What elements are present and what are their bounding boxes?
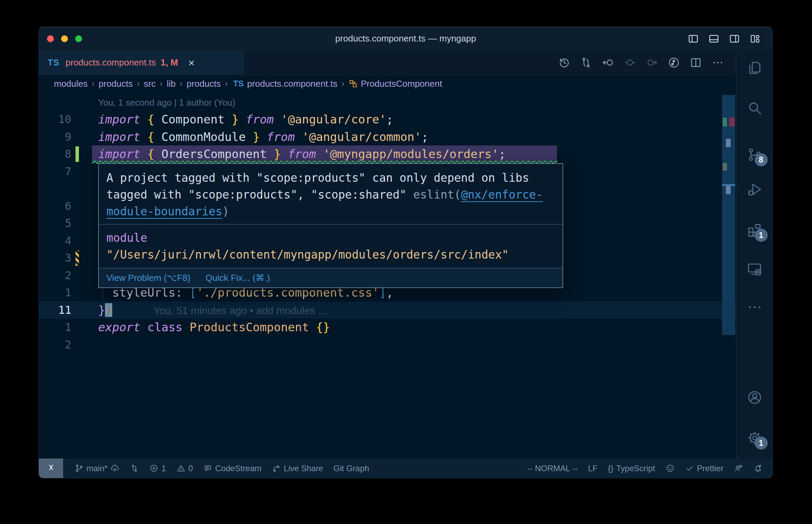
more-button[interactable] (711, 56, 724, 69)
gutter-modified-marker (76, 250, 79, 266)
status-label: main* (86, 464, 107, 473)
breadcrumb-symbol[interactable]: ProductsComponent (348, 79, 442, 89)
live-share-icon (272, 464, 281, 473)
activity-remote-explorer-button[interactable] (746, 261, 763, 277)
token: CommonModule (154, 130, 253, 144)
bell-dot-icon (753, 464, 763, 473)
activity-extensions-button[interactable]: 1 (746, 222, 763, 238)
close-tab-icon[interactable]: × (188, 57, 195, 68)
request-changes-button[interactable] (580, 56, 592, 69)
token (274, 112, 281, 126)
activity-search-button[interactable] (746, 100, 763, 116)
line-content (92, 163, 98, 180)
gutter (71, 249, 92, 267)
scrollbar-slider[interactable] (722, 95, 735, 335)
breadcrumb-item-lib[interactable]: lib (167, 79, 176, 89)
token: } (274, 147, 281, 161)
token (281, 147, 288, 161)
layout-panel-bottom-button[interactable] (708, 33, 720, 45)
remote-indicator[interactable] (39, 458, 63, 478)
status-label: LF (588, 464, 598, 473)
token: import (98, 130, 140, 144)
gitlens-compare[interactable] (125, 458, 144, 478)
vim-mode[interactable]: -- NORMAL -- (522, 458, 583, 478)
view-problem-action[interactable]: View Problem (⌥F8) (106, 273, 190, 283)
token: '@angular/common' (302, 130, 421, 144)
code-line[interactable]: 10import { Component } from '@angular/co… (39, 111, 736, 128)
commit-graph-button[interactable] (668, 56, 680, 69)
activity-files-button[interactable] (746, 60, 763, 76)
hover-module-keyword: module (106, 231, 147, 245)
timeline-button[interactable] (558, 56, 570, 69)
error-count[interactable]: 1 (144, 458, 171, 478)
activity-debug-button[interactable] (746, 181, 763, 198)
code-line[interactable]: 8import { OrdersComponent } from '@mynga… (39, 145, 736, 163)
feedback[interactable] (729, 458, 748, 478)
token: ; (421, 130, 428, 144)
next-change-button[interactable] (646, 56, 658, 69)
line-number: 1 (39, 284, 71, 301)
line-content (92, 232, 98, 250)
eol-indicator[interactable]: LF (583, 458, 603, 478)
token: '@angular/core' (281, 112, 386, 126)
line-content: })You, 51 minutes ago • add modules … (92, 301, 328, 319)
code-line[interactable]: 11})You, 51 minutes ago • add modules … (39, 301, 736, 319)
gutter (71, 301, 92, 319)
github[interactable] (660, 458, 680, 478)
token (140, 147, 147, 161)
git-graph[interactable]: Git Graph (328, 458, 374, 478)
branch-indicator[interactable]: main* (69, 458, 125, 478)
breadcrumb-separator: › (160, 79, 163, 88)
split-editor-button[interactable] (689, 56, 702, 69)
token: } (98, 303, 105, 317)
overview-ruler[interactable] (722, 92, 735, 459)
activity-account-button[interactable] (746, 389, 763, 406)
breadcrumb-file[interactable]: products.component.ts (247, 79, 337, 89)
token: '@myngapp/modules/orders' (323, 147, 499, 161)
token (140, 320, 147, 334)
line-number: 11 (39, 301, 71, 319)
code-line[interactable]: 1export class ProductsComponent {} (39, 319, 736, 336)
breadcrumb-separator: › (180, 79, 183, 88)
codestream[interactable]: CodeStream (198, 458, 267, 478)
live-share[interactable]: Live Share (267, 458, 328, 478)
language-mode[interactable]: {}TypeScript (603, 458, 660, 478)
quick-fix-action[interactable]: Quick Fix... (⌘.) (206, 273, 270, 283)
hover-link[interactable]: @nx/enforce- (461, 188, 543, 202)
layout-customize-button[interactable] (749, 33, 761, 45)
breadcrumb-symbol-label: ProductsComponent (361, 79, 442, 89)
hover-text: eslint( (413, 188, 461, 201)
hover-text: tagged with "scope:products", "scope:sha… (106, 188, 413, 201)
codestream-icon (203, 464, 212, 473)
warning-count[interactable]: 0 (171, 458, 198, 478)
prev-change-button[interactable] (624, 56, 636, 69)
token: { (147, 147, 154, 161)
prettier[interactable]: Prettier (680, 458, 729, 478)
breadcrumb-item-src[interactable]: src (144, 79, 156, 89)
open-changes-button[interactable] (602, 56, 614, 69)
line-number: 2 (39, 267, 71, 284)
tab-products-component[interactable]: TS products.component.ts 1, M × (39, 50, 245, 75)
activity-settings-gear-button[interactable]: 1 (746, 430, 763, 446)
notifications[interactable] (748, 458, 768, 478)
activity-source-control-button[interactable]: 8 (746, 146, 763, 163)
line-number: 10 (39, 111, 71, 128)
code-editor[interactable]: You, 1 second ago | 1 author (You) 10imp… (39, 92, 736, 459)
timeline-icon (558, 56, 570, 69)
breadcrumb-item-products[interactable]: products (98, 79, 133, 89)
breadcrumb-item-products[interactable]: products (187, 79, 221, 89)
gitlens-codelens[interactable]: You, 1 second ago | 1 author (You) (39, 94, 736, 111)
activity-more-button[interactable] (746, 299, 763, 315)
status-label: Git Graph (334, 464, 369, 473)
token: Component (154, 112, 232, 126)
remote-explorer-icon (746, 261, 763, 277)
layout-sidebar-right-button[interactable] (729, 33, 740, 45)
hover-module-info: module "/Users/juri/nrwl/content/myngapp… (99, 224, 562, 268)
code-line[interactable]: 9import { CommonModule } from '@angular/… (39, 128, 736, 146)
hover-link[interactable]: module-boundaries (106, 205, 222, 219)
gutter (71, 111, 92, 128)
code-line[interactable]: 2 (39, 336, 736, 354)
token: ; (499, 147, 506, 161)
layout-sidebar-left-button[interactable] (687, 33, 699, 45)
breadcrumb-item-modules[interactable]: modules (54, 79, 88, 89)
